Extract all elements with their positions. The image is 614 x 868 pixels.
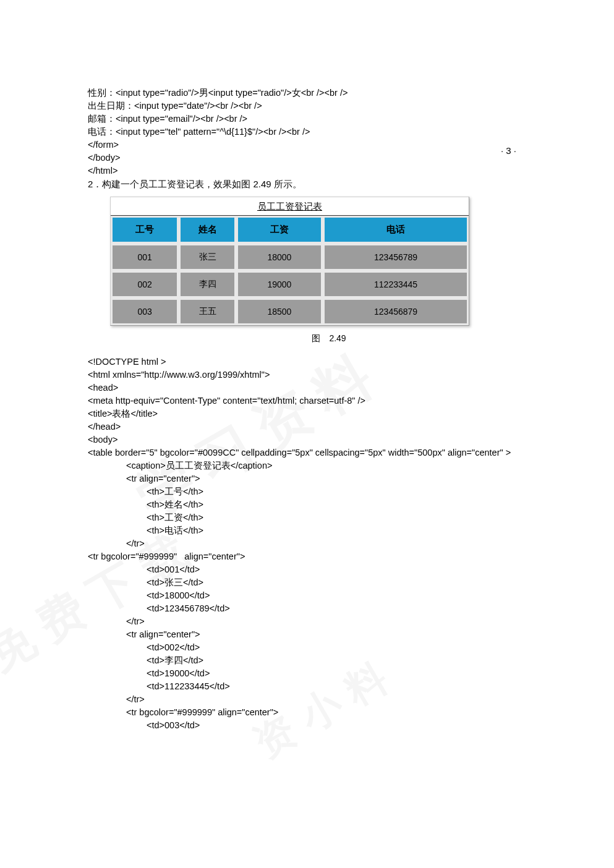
table-row: 002 李四 19000 112233445	[111, 271, 469, 298]
code-line: <tr align="center">	[88, 628, 570, 641]
code-line: <th>电话</th>	[88, 524, 570, 537]
table-cell: 18500	[236, 298, 323, 325]
code-line: <body>	[88, 433, 570, 446]
table-cell: 002	[111, 271, 179, 298]
table-cell: 王五	[179, 298, 236, 325]
code-line: 电话：<input type="tel" pattern="^\d{11}$"/…	[88, 126, 570, 138]
table-row: 003 王五 18500 123456879	[111, 298, 469, 325]
code-line: </tr>	[88, 537, 570, 550]
code-line: <title>表格</title>	[88, 407, 570, 420]
table-cell: 123456789	[323, 244, 469, 271]
code-line: 出生日期：<input type="date"/><br /><br />	[88, 100, 570, 113]
code-line: </html>	[88, 164, 570, 177]
code-line: </tr>	[88, 693, 570, 706]
table-cell: 18000	[236, 244, 323, 271]
code-line: <td>123456789</td>	[88, 602, 570, 615]
code-line: <caption>员工工资登记表</caption>	[88, 459, 570, 472]
table-cell: 19000	[236, 271, 323, 298]
code-line: <td>001</td>	[88, 563, 570, 576]
salary-table: 员工工资登记表 工号 姓名 工资 电话 001 张三 18000 1234567…	[110, 197, 469, 326]
code-line: <td>18000</td>	[88, 589, 570, 602]
table-caption-row: 员工工资登记表	[111, 197, 469, 216]
table-caption: 员工工资登记表	[111, 197, 469, 216]
code-line: </tr>	[88, 615, 570, 628]
table-cell: 001	[111, 244, 179, 271]
code-line: 邮箱：<input type="email"/><br /><br />	[88, 113, 570, 126]
table-header: 工资	[236, 216, 323, 244]
code-line: <td>112233445</td>	[88, 680, 570, 693]
code-line: <tr align="center">	[88, 472, 570, 485]
code-line: <meta http-equiv="Content-Type" content=…	[88, 394, 570, 407]
code-line: <td>003</td>	[88, 719, 570, 732]
code-line: <tr bgcolor="#999999" align="center">	[88, 706, 570, 719]
code-line: <td>李四</td>	[88, 654, 570, 667]
table-cell: 112233445	[323, 271, 469, 298]
code-line: <th>姓名</th>	[88, 498, 570, 511]
code-line: <html xmlns="http://www.w3.org/1999/xhtm…	[88, 368, 570, 381]
figure-caption: 图 2.49	[88, 333, 570, 344]
table-header-row: 工号 姓名 工资 电话	[111, 216, 469, 244]
narrative-text: 2．构建一个员工工资登记表，效果如图 2.49 所示。	[88, 177, 570, 190]
table-cell: 张三	[179, 244, 236, 271]
code-line: <th>工资</th>	[88, 511, 570, 524]
table-header: 姓名	[179, 216, 236, 244]
code-line: </head>	[88, 420, 570, 433]
table-header: 工号	[111, 216, 179, 244]
code-line: </body>	[88, 151, 570, 164]
code-line: <td>张三</td>	[88, 576, 570, 589]
table-cell: 003	[111, 298, 179, 325]
code-line: <head>	[88, 381, 570, 394]
code-line: 性别：<input type="radio"/>男<input type="ra…	[88, 87, 570, 100]
code-line: <th>工号</th>	[88, 485, 570, 498]
table-cell: 123456879	[323, 298, 469, 325]
page-number: · 3 ·	[501, 145, 516, 156]
code-line: <td>19000</td>	[88, 667, 570, 680]
table-cell: 李四	[179, 271, 236, 298]
code-line: <td>002</td>	[88, 641, 570, 654]
code-line: <tr bgcolor="#999999" align="center">	[88, 550, 570, 563]
table-header: 电话	[323, 216, 469, 244]
salary-table-figure: 员工工资登记表 工号 姓名 工资 电话 001 张三 18000 1234567…	[110, 197, 570, 326]
code-line: <table border="5" bgcolor="#0099CC" cell…	[88, 446, 570, 459]
code-line: </form>	[88, 138, 570, 151]
code-line: <!DOCTYPE html >	[88, 355, 570, 368]
table-row: 001 张三 18000 123456789	[111, 244, 469, 271]
